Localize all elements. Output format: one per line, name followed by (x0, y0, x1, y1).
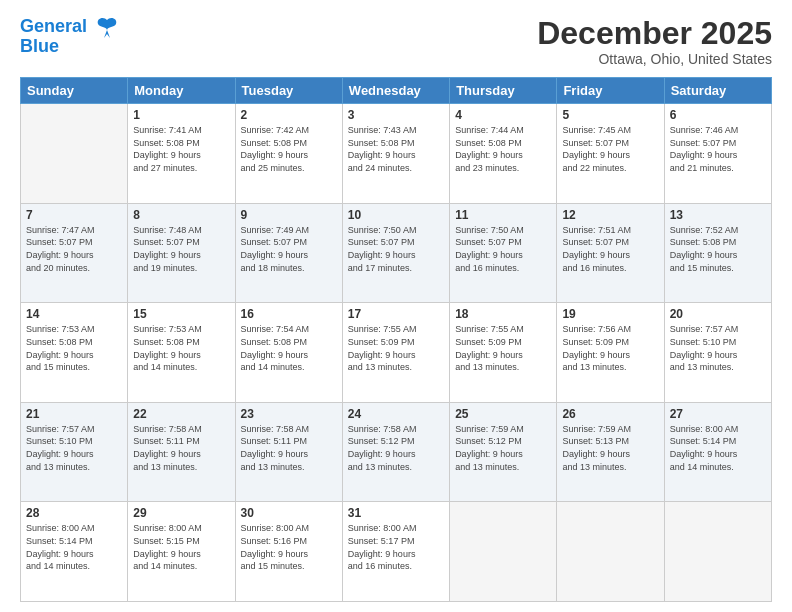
calendar-table: Sunday Monday Tuesday Wednesday Thursday… (20, 77, 772, 602)
table-row: 12Sunrise: 7:51 AM Sunset: 5:07 PM Dayli… (557, 203, 664, 303)
cell-sun-info: Sunrise: 8:00 AM Sunset: 5:14 PM Dayligh… (670, 423, 766, 473)
table-row: 1Sunrise: 7:41 AM Sunset: 5:08 PM Daylig… (128, 104, 235, 204)
calendar-week-row: 28Sunrise: 8:00 AM Sunset: 5:14 PM Dayli… (21, 502, 772, 602)
cell-sun-info: Sunrise: 7:48 AM Sunset: 5:07 PM Dayligh… (133, 224, 229, 274)
table-row: 25Sunrise: 7:59 AM Sunset: 5:12 PM Dayli… (450, 402, 557, 502)
table-row: 11Sunrise: 7:50 AM Sunset: 5:07 PM Dayli… (450, 203, 557, 303)
logo: General Blue (20, 16, 120, 57)
cell-date-number: 30 (241, 506, 337, 520)
table-row: 17Sunrise: 7:55 AM Sunset: 5:09 PM Dayli… (342, 303, 449, 403)
cell-sun-info: Sunrise: 7:43 AM Sunset: 5:08 PM Dayligh… (348, 124, 444, 174)
table-row: 20Sunrise: 7:57 AM Sunset: 5:10 PM Dayli… (664, 303, 771, 403)
cell-date-number: 29 (133, 506, 229, 520)
table-row: 10Sunrise: 7:50 AM Sunset: 5:07 PM Dayli… (342, 203, 449, 303)
cell-date-number: 4 (455, 108, 551, 122)
cell-sun-info: Sunrise: 7:57 AM Sunset: 5:10 PM Dayligh… (670, 323, 766, 373)
cell-sun-info: Sunrise: 7:50 AM Sunset: 5:07 PM Dayligh… (455, 224, 551, 274)
header: General Blue December 2025 Ottawa, Ohio,… (20, 16, 772, 67)
table-row: 26Sunrise: 7:59 AM Sunset: 5:13 PM Dayli… (557, 402, 664, 502)
table-row: 30Sunrise: 8:00 AM Sunset: 5:16 PM Dayli… (235, 502, 342, 602)
cell-sun-info: Sunrise: 7:45 AM Sunset: 5:07 PM Dayligh… (562, 124, 658, 174)
calendar-header-row: Sunday Monday Tuesday Wednesday Thursday… (21, 78, 772, 104)
table-row (21, 104, 128, 204)
cell-date-number: 2 (241, 108, 337, 122)
table-row: 31Sunrise: 8:00 AM Sunset: 5:17 PM Dayli… (342, 502, 449, 602)
cell-date-number: 19 (562, 307, 658, 321)
cell-sun-info: Sunrise: 8:00 AM Sunset: 5:16 PM Dayligh… (241, 522, 337, 572)
cell-sun-info: Sunrise: 7:58 AM Sunset: 5:11 PM Dayligh… (133, 423, 229, 473)
cell-date-number: 16 (241, 307, 337, 321)
col-sunday: Sunday (21, 78, 128, 104)
cell-sun-info: Sunrise: 7:53 AM Sunset: 5:08 PM Dayligh… (26, 323, 122, 373)
cell-date-number: 18 (455, 307, 551, 321)
cell-date-number: 21 (26, 407, 122, 421)
cell-date-number: 31 (348, 506, 444, 520)
cell-sun-info: Sunrise: 7:58 AM Sunset: 5:11 PM Dayligh… (241, 423, 337, 473)
cell-sun-info: Sunrise: 7:57 AM Sunset: 5:10 PM Dayligh… (26, 423, 122, 473)
cell-sun-info: Sunrise: 8:00 AM Sunset: 5:14 PM Dayligh… (26, 522, 122, 572)
table-row (450, 502, 557, 602)
table-row: 8Sunrise: 7:48 AM Sunset: 5:07 PM Daylig… (128, 203, 235, 303)
cell-date-number: 23 (241, 407, 337, 421)
table-row: 23Sunrise: 7:58 AM Sunset: 5:11 PM Dayli… (235, 402, 342, 502)
cell-sun-info: Sunrise: 7:51 AM Sunset: 5:07 PM Dayligh… (562, 224, 658, 274)
cell-date-number: 1 (133, 108, 229, 122)
title-block: December 2025 Ottawa, Ohio, United State… (537, 16, 772, 67)
cell-sun-info: Sunrise: 7:53 AM Sunset: 5:08 PM Dayligh… (133, 323, 229, 373)
cell-sun-info: Sunrise: 7:59 AM Sunset: 5:13 PM Dayligh… (562, 423, 658, 473)
table-row: 4Sunrise: 7:44 AM Sunset: 5:08 PM Daylig… (450, 104, 557, 204)
cell-sun-info: Sunrise: 7:52 AM Sunset: 5:08 PM Dayligh… (670, 224, 766, 274)
cell-date-number: 7 (26, 208, 122, 222)
cell-date-number: 20 (670, 307, 766, 321)
cell-sun-info: Sunrise: 8:00 AM Sunset: 5:15 PM Dayligh… (133, 522, 229, 572)
cell-sun-info: Sunrise: 7:56 AM Sunset: 5:09 PM Dayligh… (562, 323, 658, 373)
table-row: 19Sunrise: 7:56 AM Sunset: 5:09 PM Dayli… (557, 303, 664, 403)
cell-sun-info: Sunrise: 7:50 AM Sunset: 5:07 PM Dayligh… (348, 224, 444, 274)
calendar-week-row: 21Sunrise: 7:57 AM Sunset: 5:10 PM Dayli… (21, 402, 772, 502)
calendar-week-row: 1Sunrise: 7:41 AM Sunset: 5:08 PM Daylig… (21, 104, 772, 204)
table-row: 9Sunrise: 7:49 AM Sunset: 5:07 PM Daylig… (235, 203, 342, 303)
logo-text: General (20, 16, 120, 38)
cell-date-number: 6 (670, 108, 766, 122)
cell-date-number: 5 (562, 108, 658, 122)
cell-date-number: 14 (26, 307, 122, 321)
table-row: 7Sunrise: 7:47 AM Sunset: 5:07 PM Daylig… (21, 203, 128, 303)
cell-date-number: 12 (562, 208, 658, 222)
table-row (557, 502, 664, 602)
cell-date-number: 9 (241, 208, 337, 222)
cell-date-number: 25 (455, 407, 551, 421)
col-wednesday: Wednesday (342, 78, 449, 104)
table-row: 15Sunrise: 7:53 AM Sunset: 5:08 PM Dayli… (128, 303, 235, 403)
cell-date-number: 28 (26, 506, 122, 520)
cell-sun-info: Sunrise: 7:44 AM Sunset: 5:08 PM Dayligh… (455, 124, 551, 174)
table-row: 27Sunrise: 8:00 AM Sunset: 5:14 PM Dayli… (664, 402, 771, 502)
table-row: 2Sunrise: 7:42 AM Sunset: 5:08 PM Daylig… (235, 104, 342, 204)
table-row: 13Sunrise: 7:52 AM Sunset: 5:08 PM Dayli… (664, 203, 771, 303)
calendar-week-row: 14Sunrise: 7:53 AM Sunset: 5:08 PM Dayli… (21, 303, 772, 403)
col-tuesday: Tuesday (235, 78, 342, 104)
cell-date-number: 27 (670, 407, 766, 421)
cell-sun-info: Sunrise: 7:46 AM Sunset: 5:07 PM Dayligh… (670, 124, 766, 174)
table-row: 21Sunrise: 7:57 AM Sunset: 5:10 PM Dayli… (21, 402, 128, 502)
table-row: 22Sunrise: 7:58 AM Sunset: 5:11 PM Dayli… (128, 402, 235, 502)
col-monday: Monday (128, 78, 235, 104)
calendar-title: December 2025 (537, 16, 772, 51)
calendar-subtitle: Ottawa, Ohio, United States (537, 51, 772, 67)
table-row: 3Sunrise: 7:43 AM Sunset: 5:08 PM Daylig… (342, 104, 449, 204)
calendar-week-row: 7Sunrise: 7:47 AM Sunset: 5:07 PM Daylig… (21, 203, 772, 303)
table-row: 5Sunrise: 7:45 AM Sunset: 5:07 PM Daylig… (557, 104, 664, 204)
cell-sun-info: Sunrise: 7:59 AM Sunset: 5:12 PM Dayligh… (455, 423, 551, 473)
table-row: 14Sunrise: 7:53 AM Sunset: 5:08 PM Dayli… (21, 303, 128, 403)
cell-date-number: 15 (133, 307, 229, 321)
col-friday: Friday (557, 78, 664, 104)
cell-date-number: 22 (133, 407, 229, 421)
logo-bird-icon (94, 16, 120, 38)
cell-date-number: 17 (348, 307, 444, 321)
cell-date-number: 10 (348, 208, 444, 222)
cell-sun-info: Sunrise: 7:41 AM Sunset: 5:08 PM Dayligh… (133, 124, 229, 174)
cell-sun-info: Sunrise: 8:00 AM Sunset: 5:17 PM Dayligh… (348, 522, 444, 572)
table-row: 24Sunrise: 7:58 AM Sunset: 5:12 PM Dayli… (342, 402, 449, 502)
table-row: 16Sunrise: 7:54 AM Sunset: 5:08 PM Dayli… (235, 303, 342, 403)
cell-sun-info: Sunrise: 7:58 AM Sunset: 5:12 PM Dayligh… (348, 423, 444, 473)
cell-date-number: 24 (348, 407, 444, 421)
